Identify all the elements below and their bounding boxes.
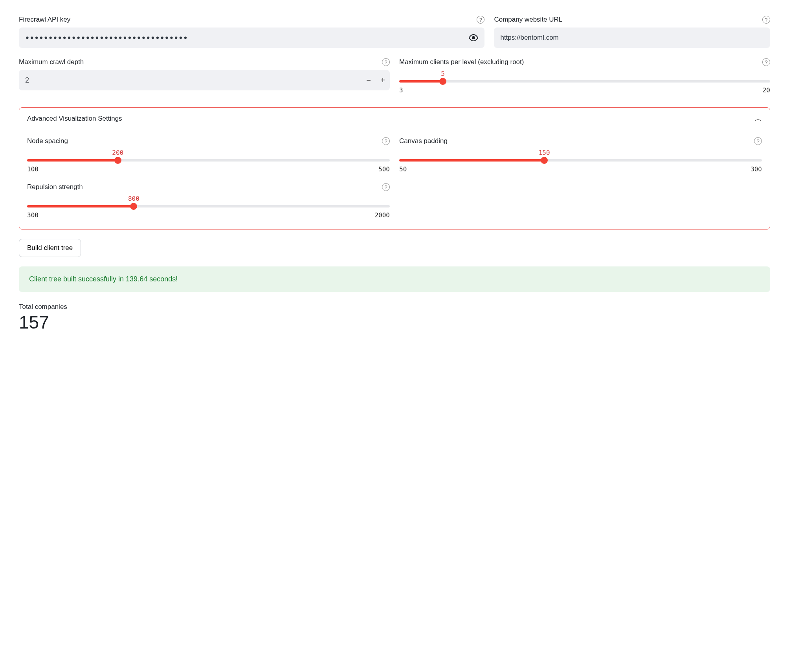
slider-value-label: 200	[112, 149, 123, 156]
help-icon[interactable]: ?	[382, 137, 390, 145]
metric-label: Total companies	[19, 303, 770, 311]
chevron-up-icon: ︿	[755, 114, 762, 123]
slider-max: 2000	[374, 211, 390, 219]
slider-min: 300	[27, 211, 39, 219]
slider-max: 20	[763, 86, 770, 94]
repulsion-label: Repulsion strength	[27, 183, 83, 191]
minus-icon[interactable]: −	[361, 76, 376, 85]
slider-track[interactable]	[27, 159, 390, 162]
slider-fill	[27, 205, 134, 207]
success-message: Client tree built successfully in 139.64…	[19, 266, 770, 292]
expander-header[interactable]: Advanced Visualization Settings ︿	[19, 108, 770, 130]
expander-title: Advanced Visualization Settings	[27, 115, 122, 123]
slider-track[interactable]	[399, 159, 762, 162]
node-spacing-label: Node spacing	[27, 137, 68, 145]
depth-value: 2	[19, 76, 361, 84]
advanced-settings-expander: Advanced Visualization Settings ︿ Node s…	[19, 107, 770, 230]
repulsion-slider[interactable]: 800 300 2000	[27, 195, 390, 219]
slider-fill	[399, 80, 443, 83]
plus-icon[interactable]: +	[376, 76, 390, 85]
help-icon[interactable]: ?	[477, 16, 484, 24]
slider-max: 500	[378, 165, 390, 173]
api-key-masked-value: •••••••••••••••••••••••••••••••••••	[25, 34, 469, 42]
slider-min: 3	[399, 86, 403, 94]
url-label: Company website URL	[494, 16, 562, 24]
slider-max: 300	[750, 165, 762, 173]
max-clients-slider[interactable]: 5 3 20	[399, 70, 770, 94]
help-icon[interactable]: ?	[754, 137, 762, 145]
depth-stepper[interactable]: 2 − +	[19, 70, 390, 90]
slider-min: 100	[27, 165, 39, 173]
canvas-padding-label: Canvas padding	[399, 137, 448, 145]
help-icon[interactable]: ?	[762, 16, 770, 24]
slider-thumb[interactable]	[130, 203, 137, 210]
help-icon[interactable]: ?	[382, 183, 390, 191]
build-button[interactable]: Build client tree	[19, 239, 81, 257]
slider-thumb[interactable]	[114, 157, 121, 164]
slider-track[interactable]	[27, 205, 390, 207]
url-value: https://bentoml.com	[500, 34, 764, 42]
eye-icon[interactable]	[469, 33, 478, 42]
slider-fill	[399, 159, 544, 162]
slider-value-label: 5	[441, 70, 445, 77]
api-key-input[interactable]: •••••••••••••••••••••••••••••••••••	[19, 28, 484, 48]
slider-track[interactable]	[399, 80, 770, 83]
slider-thumb[interactable]	[439, 78, 446, 85]
slider-fill	[27, 159, 118, 162]
url-input[interactable]: https://bentoml.com	[494, 28, 770, 48]
canvas-padding-slider[interactable]: 150 50 300	[399, 149, 762, 173]
slider-value-label: 150	[539, 149, 550, 156]
slider-min: 50	[399, 165, 407, 173]
node-spacing-slider[interactable]: 200 100 500	[27, 149, 390, 173]
max-clients-label: Maximum clients per level (excluding roo…	[399, 58, 524, 66]
depth-label: Maximum crawl depth	[19, 58, 84, 66]
svg-point-0	[472, 37, 475, 39]
slider-value-label: 800	[128, 195, 139, 202]
help-icon[interactable]: ?	[762, 58, 770, 66]
api-key-label: Firecrawl API key	[19, 16, 70, 24]
metric-value: 157	[19, 312, 770, 333]
help-icon[interactable]: ?	[382, 58, 390, 66]
slider-thumb[interactable]	[541, 157, 548, 164]
